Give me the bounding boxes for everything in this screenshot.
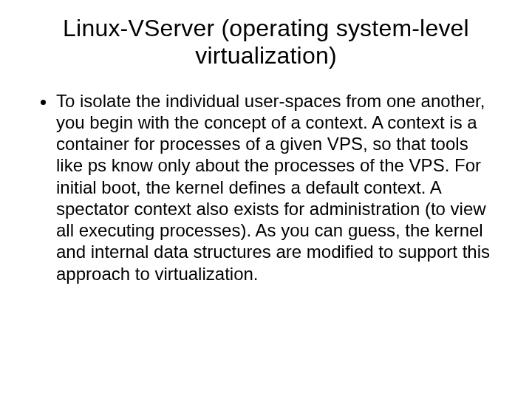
bullet-item: To isolate the individual user-spaces fr… [56, 90, 497, 284]
bullet-list: To isolate the individual user-spaces fr… [35, 90, 497, 284]
slide-body: To isolate the individual user-spaces fr… [35, 90, 497, 284]
slide: Linux-VServer (operating system-level vi… [0, 0, 532, 399]
slide-title: Linux-VServer (operating system-level vi… [35, 15, 497, 69]
